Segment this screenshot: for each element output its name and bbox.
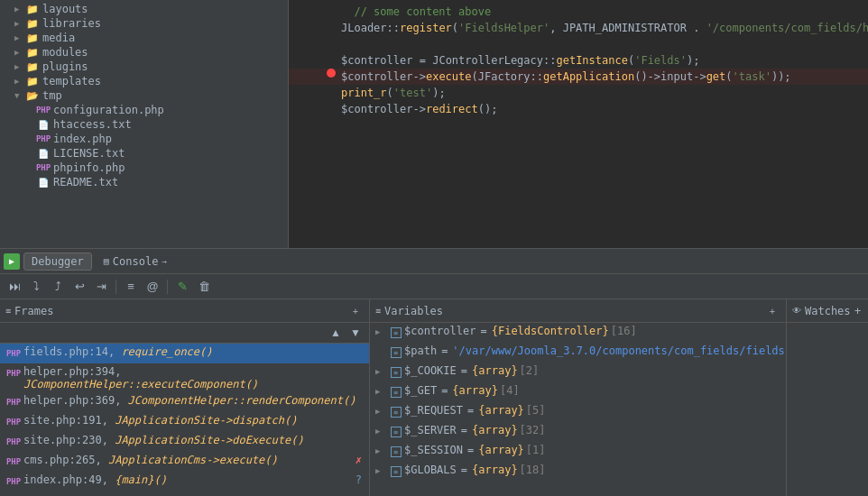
php-icon: PHP (7, 347, 20, 360)
frames-button[interactable]: ≡ (122, 278, 140, 296)
step-over-button[interactable]: ⏭ (5, 278, 23, 296)
variable-item[interactable]: ▶ ≡ $_COOKIE = {array} [2] (370, 363, 786, 382)
code-line (289, 36, 868, 52)
var-count: [1] (526, 444, 546, 456)
variable-item[interactable]: ▶ ≡ $GLOBALS = {array} [18] (370, 462, 786, 482)
var-list-icon: ≡ (390, 426, 402, 438)
frame-item[interactable]: PHP helper.php:369, JComponentHelper::re… (0, 392, 369, 412)
frames-icon: ≡ (5, 306, 11, 316)
watches-actions: + − (851, 304, 868, 318)
breakpoint-gutter (325, 69, 337, 78)
frame-item[interactable]: PHP site.php:191, JApplicationSite->disp… (0, 412, 369, 432)
variables-label: Variables (384, 305, 443, 317)
code-line-highlighted: $controller->execute(JFactory::getApplic… (289, 69, 868, 85)
php-icon: PHP (7, 416, 20, 428)
tree-item-templates[interactable]: ▶ 📁 templates (0, 74, 288, 88)
watches-add-button[interactable]: + (851, 304, 865, 318)
var-expand-arrow[interactable]: ▶ (375, 446, 388, 455)
variables-actions: + (764, 303, 780, 319)
frames-panel-header: ≡ Frames + (0, 299, 369, 323)
var-equals: = (461, 364, 467, 377)
tree-item-plugins[interactable]: ▶ 📁 plugins (0, 60, 288, 74)
tree-item-readme[interactable]: ▶ 📄 README.txt (0, 175, 288, 189)
var-count: [2] (520, 364, 540, 377)
variable-item[interactable]: ▶ ≡ $_SESSION = {array} [1] (370, 442, 786, 462)
tree-item-phpinfo[interactable]: ▶ PHP phpinfo.php (0, 161, 288, 175)
tree-item-indexphp[interactable]: ▶ PHP index.php (0, 132, 288, 146)
variables-list: ▶ ≡ $controller = {FieldsController} [16… (370, 323, 786, 496)
variable-item[interactable]: ▶ ≡ $controller = {FieldsController} [16… (370, 323, 786, 343)
frames-nav: ▲ ▼ (0, 323, 369, 344)
frames-add-button[interactable]: + (347, 303, 364, 319)
code-content: JLoader::register('FieldsHelper', JPATH_… (337, 20, 868, 36)
expand-arrow: ▶ (14, 48, 25, 57)
tree-item-layouts[interactable]: ▶ 📁 layouts (0, 2, 288, 16)
edit-button[interactable]: ✎ (173, 278, 191, 296)
tab-console[interactable]: ▤ Console → (96, 253, 175, 271)
frame-item[interactable]: PHP site.php:230, JApplicationSite->doEx… (0, 432, 369, 452)
frame-item[interactable]: PHP index.php:49, {main}() ? (0, 472, 369, 491)
watches-panel: 👁 Watches + − (787, 299, 868, 496)
tree-item-label: htaccess.txt (53, 118, 132, 131)
var-list-icon: ≡ (390, 406, 402, 418)
evaluate-button[interactable]: ⇥ (92, 278, 110, 296)
tree-item-modules[interactable]: ▶ 📁 modules (0, 45, 288, 60)
frame-file: fields.php:14, require_once() (23, 345, 213, 358)
tree-item-label: LICENSE.txt (53, 147, 125, 160)
tree-item-license[interactable]: ▶ 📄 LICENSE.txt (0, 146, 288, 161)
tab-label: Console (113, 255, 159, 268)
var-expand-arrow[interactable]: ▶ (375, 466, 388, 475)
var-expand-arrow[interactable]: ▶ (375, 427, 388, 436)
var-expand-arrow[interactable]: ▶ (375, 367, 388, 376)
frame-item[interactable]: PHP helper.php:394, JComponentHelper::ex… (0, 363, 369, 392)
debugger-panels: ≡ Frames + ▲ ▼ PHP fields.php:14, requir… (0, 299, 868, 496)
folder-icon: 📁 (25, 3, 40, 15)
tree-item-label: media (42, 32, 75, 44)
tab-debugger[interactable]: Debugger (23, 253, 92, 271)
run-to-cursor-button[interactable]: ↩ (70, 278, 88, 296)
var-equals: = (441, 344, 448, 357)
variable-item[interactable]: ▶ ≡ $_GET = {array} [4] (370, 382, 786, 402)
step-into-button[interactable]: ⤵ (27, 278, 45, 296)
variables-add-button[interactable]: + (764, 303, 780, 319)
run-button[interactable]: ▶ (4, 253, 20, 270)
code-line: // some content above (289, 4, 868, 20)
variable-item[interactable]: ▶ ≡ $_REQUEST = {array} [5] (370, 402, 786, 422)
tree-item-label: phpinfo.php (53, 161, 125, 174)
variable-item[interactable]: ▶ ≡ $_SERVER = {array} [32] (370, 422, 786, 442)
breakpoint-dot[interactable] (327, 69, 336, 78)
frames-down-button[interactable]: ▼ (347, 325, 364, 341)
tree-item-media[interactable]: ▶ 📁 media (0, 31, 288, 45)
folder-icon: 📁 (25, 32, 40, 44)
frame-item[interactable]: PHP fields.php:14, require_once() (0, 344, 369, 363)
folder-icon: 📁 (25, 46, 40, 59)
var-equals: = (461, 464, 467, 476)
toolbar-separator (167, 280, 168, 294)
breakpoints-button[interactable]: @ (143, 278, 162, 296)
var-expand-arrow[interactable]: ▶ (375, 407, 388, 416)
delete-button[interactable]: 🗑 (195, 278, 213, 296)
step-out-button[interactable]: ⤴ (49, 278, 67, 296)
php-file-icon: PHP (36, 133, 51, 145)
debugger-tab-bar: ▶ Debugger ▤ Console → (0, 249, 868, 274)
toolbar-separator (115, 280, 116, 294)
var-expand-arrow[interactable]: ▶ (375, 327, 388, 336)
php-icon: PHP (7, 436, 20, 448)
var-value: {array} (472, 464, 518, 476)
tree-item-label: libraries (42, 17, 101, 30)
tree-item-tmp[interactable]: ▼ 📂 tmp (0, 88, 288, 103)
frame-item[interactable]: PHP cms.php:265, JApplicationCms->execut… (0, 452, 369, 472)
variable-item[interactable]: ▶ ≡ $path = '/var/www/Joomla_3.7.0/compo… (370, 343, 786, 363)
tree-item-libraries[interactable]: ▶ 📁 libraries (0, 16, 288, 31)
frames-up-button[interactable]: ▲ (328, 325, 344, 341)
variables-icon: ≡ (375, 306, 381, 316)
var-list-icon: ≡ (390, 465, 402, 478)
tree-item-configuration[interactable]: ▶ PHP configuration.php (0, 103, 288, 117)
var-equals: = (467, 404, 474, 417)
var-name: $_COOKIE (404, 364, 457, 377)
tab-label: Debugger (32, 255, 84, 268)
tree-item-htaccess[interactable]: ▶ 📄 htaccess.txt (0, 117, 288, 132)
tree-item-label: templates (42, 75, 101, 87)
var-list-icon: ≡ (390, 386, 402, 399)
var-expand-arrow[interactable]: ▶ (375, 387, 388, 396)
